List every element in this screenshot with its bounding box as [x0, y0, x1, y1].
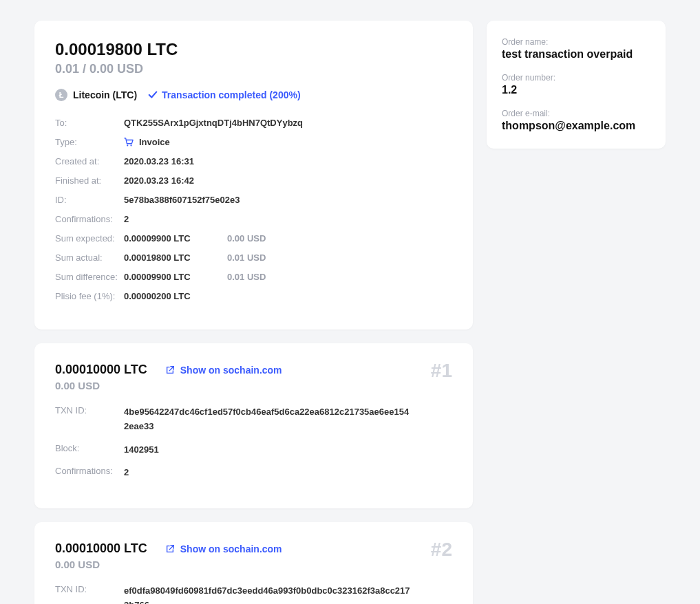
- order-name-label: Order name:: [502, 37, 650, 47]
- detail-row-fee: Plisio fee (1%): 0.00000200 LTC: [55, 291, 452, 301]
- detail-row-sum-diff: Sum difference: 0.00009900 LTC 0.01 USD: [55, 272, 452, 282]
- transaction-card-2: #2 0.00010000 LTC Show on sochain.com 0.…: [34, 522, 473, 604]
- transaction-summary-card: 0.00019800 LTC 0.01 / 0.00 USD Ł Litecoi…: [34, 21, 473, 330]
- detail-row-to: To: QTK255SArx1pGjxtnqDTj4bHN7QtDYybzq: [55, 118, 452, 128]
- txn-id-label: TXN ID:: [55, 405, 124, 416]
- block-value: 1402951: [124, 443, 159, 457]
- to-value: QTK255SArx1pGjxtnqDTj4bHN7QtDYybzq: [124, 118, 303, 128]
- show-on-sochain-link[interactable]: Show on sochain.com: [165, 543, 282, 554]
- coin-name: Litecoin (LTC): [73, 89, 137, 100]
- litecoin-icon: Ł: [55, 89, 67, 101]
- tx-amount: 0.00010000 LTC: [55, 541, 147, 556]
- detail-row-confirmations: Confirmations: 2: [55, 214, 452, 224]
- finished-label: Finished at:: [55, 175, 124, 186]
- checkmark-icon: [148, 90, 158, 100]
- order-email-label: Order e-mail:: [502, 109, 650, 118]
- main-usd: 0.01 / 0.00 USD: [55, 62, 452, 76]
- transaction-card-1: #1 0.00010000 LTC Show on sochain.com 0.…: [34, 343, 473, 508]
- created-label: Created at:: [55, 156, 124, 166]
- tx-detail-row-txnid: TXN ID: 4be95642247dc46cf1ed57f0cb46eaf5…: [55, 405, 452, 434]
- fee-value: 0.00000200 LTC: [124, 291, 191, 301]
- tx-confirmations-label: Confirmations:: [55, 466, 124, 476]
- sum-diff-ltc: 0.00009900 LTC: [124, 272, 206, 282]
- order-name-value: test transaction overpaid: [502, 48, 650, 61]
- tx-link-text: Show on sochain.com: [180, 365, 282, 376]
- detail-row-created: Created at: 2020.03.23 16:31: [55, 156, 452, 166]
- detail-row-sum-expected: Sum expected: 0.00009900 LTC 0.00 USD: [55, 233, 452, 244]
- transaction-status: Transaction completed (200%): [148, 89, 301, 100]
- main-amount: 0.00019800 LTC: [55, 40, 452, 59]
- order-email-value: thompson@example.com: [502, 120, 650, 132]
- detail-row-type: Type: Invoice: [55, 137, 452, 147]
- block-label: Block:: [55, 443, 124, 453]
- external-link-icon: [165, 365, 175, 375]
- status-text: Transaction completed (200%): [162, 89, 301, 100]
- order-info-card: Order name: test transaction overpaid Or…: [487, 21, 666, 149]
- sum-expected-usd: 0.00 USD: [227, 233, 266, 244]
- detail-row-sum-actual: Sum actual: 0.00019800 LTC 0.01 USD: [55, 252, 452, 263]
- sum-actual-ltc: 0.00019800 LTC: [124, 252, 206, 263]
- tx-number: #1: [431, 360, 452, 382]
- sum-expected-ltc: 0.00009900 LTC: [124, 233, 206, 244]
- confirmations-label: Confirmations:: [55, 214, 124, 224]
- to-label: To:: [55, 118, 124, 128]
- sum-diff-usd: 0.01 USD: [227, 272, 266, 282]
- fee-label: Plisio fee (1%):: [55, 291, 124, 301]
- type-value: Invoice: [124, 137, 170, 147]
- id-label: ID:: [55, 195, 124, 205]
- txn-id-value: ef0dfa98049fd60981fd67dc3eedd46a993f0b0d…: [124, 584, 413, 604]
- detail-row-finished: Finished at: 2020.03.23 16:42: [55, 175, 452, 186]
- tx-amount: 0.00010000 LTC: [55, 363, 147, 377]
- detail-row-id: ID: 5e78ba388f607152f75e02e3: [55, 195, 452, 205]
- tx-usd: 0.00 USD: [55, 380, 452, 391]
- svg-point-1: [130, 144, 131, 146]
- cart-icon: [124, 138, 134, 147]
- sum-diff-label: Sum difference:: [55, 272, 124, 282]
- tx-link-text: Show on sochain.com: [180, 543, 282, 554]
- confirmations-value: 2: [124, 214, 129, 224]
- order-name-item: Order name: test transaction overpaid: [502, 37, 650, 61]
- type-label: Type:: [55, 137, 124, 147]
- order-email-item: Order e-mail: thompson@example.com: [502, 109, 650, 132]
- sum-actual-usd: 0.01 USD: [227, 252, 266, 263]
- svg-point-0: [127, 144, 128, 146]
- created-value: 2020.03.23 16:31: [124, 156, 194, 166]
- order-number-item: Order number: 1.2: [502, 73, 650, 96]
- show-on-sochain-link[interactable]: Show on sochain.com: [165, 365, 282, 376]
- sum-actual-label: Sum actual:: [55, 252, 124, 263]
- external-link-icon: [165, 544, 175, 554]
- coin-glyph: Ł: [59, 91, 64, 99]
- tx-usd: 0.00 USD: [55, 559, 452, 570]
- coin-info: Ł Litecoin (LTC): [55, 89, 137, 101]
- order-number-value: 1.2: [502, 84, 650, 96]
- tx-detail-row-confirmations: Confirmations: 2: [55, 466, 452, 480]
- finished-value: 2020.03.23 16:42: [124, 175, 194, 186]
- type-text: Invoice: [139, 137, 170, 147]
- tx-number: #2: [431, 539, 452, 561]
- sum-expected-label: Sum expected:: [55, 233, 124, 244]
- tx-detail-row-block: Block: 1402951: [55, 443, 452, 457]
- tx-confirmations-value: 2: [124, 466, 129, 480]
- txn-id-value: 4be95642247dc46cf1ed57f0cb46eaf5d6ca22ea…: [124, 405, 413, 434]
- id-value: 5e78ba388f607152f75e02e3: [124, 195, 240, 205]
- order-number-label: Order number:: [502, 73, 650, 83]
- txn-id-label: TXN ID:: [55, 584, 124, 594]
- tx-detail-row-txnid: TXN ID: ef0dfa98049fd60981fd67dc3eedd46a…: [55, 584, 452, 604]
